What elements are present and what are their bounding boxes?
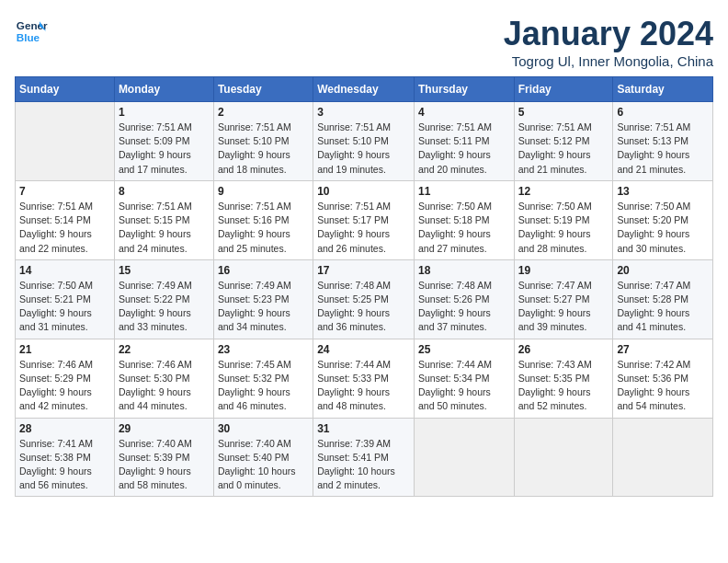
day-number: 16 — [218, 264, 309, 277]
calendar-cell: 29Sunrise: 7:40 AM Sunset: 5:39 PM Dayli… — [114, 418, 213, 497]
calendar-week-2: 7Sunrise: 7:51 AM Sunset: 5:14 PM Daylig… — [16, 180, 713, 259]
logo-icon: General Blue — [15, 15, 48, 48]
day-number: 14 — [19, 264, 110, 277]
day-number: 30 — [218, 422, 309, 435]
title-block: January 2024 Togrog Ul, Inner Mongolia, … — [504, 15, 713, 69]
calendar-cell: 9Sunrise: 7:51 AM Sunset: 5:16 PM Daylig… — [213, 180, 313, 259]
day-number: 12 — [518, 185, 609, 198]
calendar-table: SundayMondayTuesdayWednesdayThursdayFrid… — [15, 76, 713, 497]
day-info: Sunrise: 7:51 AM Sunset: 5:13 PM Dayligh… — [617, 121, 709, 177]
day-number: 19 — [518, 264, 609, 277]
calendar-cell: 7Sunrise: 7:51 AM Sunset: 5:14 PM Daylig… — [16, 180, 115, 259]
page-header: General Blue January 2024 Togrog Ul, Inn… — [15, 15, 713, 69]
day-header-saturday: Saturday — [613, 77, 713, 102]
day-number: 5 — [518, 106, 609, 119]
day-number: 20 — [617, 264, 709, 277]
day-info: Sunrise: 7:39 AM Sunset: 5:41 PM Dayligh… — [317, 437, 410, 493]
calendar-cell — [514, 418, 613, 497]
day-number: 28 — [19, 422, 110, 435]
calendar-cell: 27Sunrise: 7:42 AM Sunset: 5:36 PM Dayli… — [613, 339, 713, 418]
day-header-friday: Friday — [514, 77, 613, 102]
day-number: 10 — [317, 185, 410, 198]
calendar-cell: 3Sunrise: 7:51 AM Sunset: 5:10 PM Daylig… — [313, 102, 415, 181]
day-number: 27 — [617, 343, 709, 356]
day-info: Sunrise: 7:50 AM Sunset: 5:20 PM Dayligh… — [617, 200, 709, 256]
calendar-cell: 22Sunrise: 7:46 AM Sunset: 5:30 PM Dayli… — [114, 339, 213, 418]
calendar-cell: 12Sunrise: 7:50 AM Sunset: 5:19 PM Dayli… — [514, 180, 613, 259]
day-info: Sunrise: 7:44 AM Sunset: 5:34 PM Dayligh… — [418, 358, 510, 414]
day-number: 25 — [418, 343, 510, 356]
day-number: 4 — [418, 106, 510, 119]
calendar-cell: 11Sunrise: 7:50 AM Sunset: 5:18 PM Dayli… — [414, 180, 514, 259]
day-info: Sunrise: 7:47 AM Sunset: 5:27 PM Dayligh… — [518, 279, 609, 335]
calendar-week-4: 21Sunrise: 7:46 AM Sunset: 5:29 PM Dayli… — [16, 339, 713, 418]
calendar-cell: 16Sunrise: 7:49 AM Sunset: 5:23 PM Dayli… — [213, 259, 313, 339]
day-number: 6 — [617, 106, 709, 119]
day-info: Sunrise: 7:46 AM Sunset: 5:29 PM Dayligh… — [19, 358, 110, 414]
day-number: 2 — [218, 106, 309, 119]
day-info: Sunrise: 7:50 AM Sunset: 5:18 PM Dayligh… — [418, 200, 510, 256]
calendar-week-5: 28Sunrise: 7:41 AM Sunset: 5:38 PM Dayli… — [16, 418, 713, 497]
day-number: 23 — [218, 343, 309, 356]
logo: General Blue — [15, 15, 48, 48]
calendar-cell: 26Sunrise: 7:43 AM Sunset: 5:35 PM Dayli… — [514, 339, 613, 418]
calendar-cell: 15Sunrise: 7:49 AM Sunset: 5:22 PM Dayli… — [114, 259, 213, 339]
calendar-cell: 20Sunrise: 7:47 AM Sunset: 5:28 PM Dayli… — [613, 259, 713, 339]
day-info: Sunrise: 7:45 AM Sunset: 5:32 PM Dayligh… — [218, 358, 309, 414]
svg-text:General: General — [17, 19, 48, 31]
day-number: 18 — [418, 264, 510, 277]
day-info: Sunrise: 7:40 AM Sunset: 5:39 PM Dayligh… — [119, 437, 210, 493]
calendar-cell: 2Sunrise: 7:51 AM Sunset: 5:10 PM Daylig… — [213, 102, 313, 181]
calendar-cell: 23Sunrise: 7:45 AM Sunset: 5:32 PM Dayli… — [213, 339, 313, 418]
day-number: 21 — [19, 343, 110, 356]
day-info: Sunrise: 7:43 AM Sunset: 5:35 PM Dayligh… — [518, 358, 609, 414]
day-number: 7 — [19, 185, 110, 198]
day-number: 9 — [218, 185, 309, 198]
calendar-cell: 24Sunrise: 7:44 AM Sunset: 5:33 PM Dayli… — [313, 339, 415, 418]
day-info: Sunrise: 7:51 AM Sunset: 5:10 PM Dayligh… — [218, 121, 309, 177]
day-info: Sunrise: 7:48 AM Sunset: 5:25 PM Dayligh… — [317, 279, 410, 335]
calendar-cell: 19Sunrise: 7:47 AM Sunset: 5:27 PM Dayli… — [514, 259, 613, 339]
calendar-body: 1Sunrise: 7:51 AM Sunset: 5:09 PM Daylig… — [16, 102, 713, 497]
calendar-cell: 25Sunrise: 7:44 AM Sunset: 5:34 PM Dayli… — [414, 339, 514, 418]
day-number: 17 — [317, 264, 410, 277]
day-info: Sunrise: 7:44 AM Sunset: 5:33 PM Dayligh… — [317, 358, 410, 414]
day-info: Sunrise: 7:42 AM Sunset: 5:36 PM Dayligh… — [617, 358, 709, 414]
day-number: 8 — [119, 185, 210, 198]
day-info: Sunrise: 7:49 AM Sunset: 5:22 PM Dayligh… — [119, 279, 210, 335]
day-header-tuesday: Tuesday — [213, 77, 313, 102]
day-info: Sunrise: 7:48 AM Sunset: 5:26 PM Dayligh… — [418, 279, 510, 335]
calendar-cell: 4Sunrise: 7:51 AM Sunset: 5:11 PM Daylig… — [414, 102, 514, 181]
calendar-title: January 2024 — [504, 15, 713, 53]
day-info: Sunrise: 7:50 AM Sunset: 5:21 PM Dayligh… — [19, 279, 110, 335]
day-info: Sunrise: 7:41 AM Sunset: 5:38 PM Dayligh… — [19, 437, 110, 493]
calendar-cell: 30Sunrise: 7:40 AM Sunset: 5:40 PM Dayli… — [213, 418, 313, 497]
day-info: Sunrise: 7:40 AM Sunset: 5:40 PM Dayligh… — [218, 437, 309, 493]
day-number: 11 — [418, 185, 510, 198]
day-number: 22 — [119, 343, 210, 356]
day-info: Sunrise: 7:51 AM Sunset: 5:17 PM Dayligh… — [317, 200, 410, 256]
calendar-cell: 5Sunrise: 7:51 AM Sunset: 5:12 PM Daylig… — [514, 102, 613, 181]
day-number: 31 — [317, 422, 410, 435]
day-number: 1 — [119, 106, 210, 119]
day-info: Sunrise: 7:51 AM Sunset: 5:10 PM Dayligh… — [317, 121, 410, 177]
day-info: Sunrise: 7:51 AM Sunset: 5:09 PM Dayligh… — [119, 121, 210, 177]
day-number: 13 — [617, 185, 709, 198]
calendar-cell: 10Sunrise: 7:51 AM Sunset: 5:17 PM Dayli… — [313, 180, 415, 259]
calendar-week-3: 14Sunrise: 7:50 AM Sunset: 5:21 PM Dayli… — [16, 259, 713, 339]
day-header-monday: Monday — [114, 77, 213, 102]
calendar-cell — [16, 102, 115, 181]
calendar-cell — [414, 418, 514, 497]
calendar-cell: 1Sunrise: 7:51 AM Sunset: 5:09 PM Daylig… — [114, 102, 213, 181]
calendar-cell: 6Sunrise: 7:51 AM Sunset: 5:13 PM Daylig… — [613, 102, 713, 181]
calendar-subtitle: Togrog Ul, Inner Mongolia, China — [504, 53, 713, 69]
calendar-cell: 28Sunrise: 7:41 AM Sunset: 5:38 PM Dayli… — [16, 418, 115, 497]
day-header-sunday: Sunday — [16, 77, 115, 102]
calendar-cell: 13Sunrise: 7:50 AM Sunset: 5:20 PM Dayli… — [613, 180, 713, 259]
day-info: Sunrise: 7:51 AM Sunset: 5:16 PM Dayligh… — [218, 200, 309, 256]
day-info: Sunrise: 7:47 AM Sunset: 5:28 PM Dayligh… — [617, 279, 709, 335]
day-number: 15 — [119, 264, 210, 277]
calendar-cell: 21Sunrise: 7:46 AM Sunset: 5:29 PM Dayli… — [16, 339, 115, 418]
calendar-header: SundayMondayTuesdayWednesdayThursdayFrid… — [16, 77, 713, 102]
calendar-cell: 8Sunrise: 7:51 AM Sunset: 5:15 PM Daylig… — [114, 180, 213, 259]
